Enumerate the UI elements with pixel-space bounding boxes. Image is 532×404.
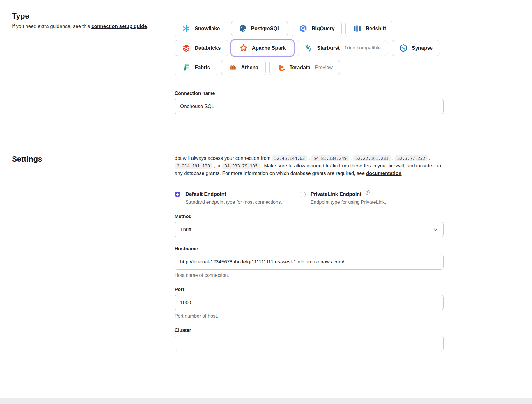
privatelink-help-icon[interactable]: ?	[365, 190, 370, 195]
adapter-postgresql-button[interactable]: PostgreSQL	[231, 21, 288, 36]
adapter-label: Teradata	[290, 65, 311, 71]
port-help-text: Port number of host.	[175, 313, 444, 319]
settings-text: ,	[428, 155, 430, 161]
section-divider	[12, 134, 444, 134]
adapter-label: Redshift	[366, 26, 386, 32]
postgresql-icon	[238, 24, 247, 33]
adapter-label: Databricks	[195, 45, 221, 51]
hostname-field: Hostname Host name of connection.	[175, 246, 444, 278]
adapter-label: Apache Spark	[252, 45, 286, 51]
adapter-athena-button[interactable]: Athena	[221, 60, 266, 75]
method-label: Method	[175, 214, 444, 219]
starburst-icon	[304, 44, 313, 52]
adapter-label: PostgreSQL	[251, 26, 281, 32]
method-selected-value: Thrift	[180, 227, 191, 233]
port-input[interactable]	[175, 295, 444, 310]
teradata-icon	[277, 63, 285, 72]
ip-address-chip: 34.233.79.135	[222, 163, 260, 169]
synapse-icon	[399, 44, 408, 52]
hostname-help-text: Host name of connection.	[175, 272, 444, 278]
ip-address-chip: 52.22.161.231	[353, 155, 391, 161]
adapter-label: Starburst	[317, 45, 340, 51]
bigquery-icon	[299, 24, 308, 33]
bottom-edge-strip	[0, 398, 532, 404]
settings-text: ,	[307, 155, 311, 161]
privatelink-endpoint-description: Endpoint type for using PrivateLink.	[311, 199, 386, 205]
adapter-label: Fabric	[195, 65, 210, 71]
connection-name-group: Connection name	[175, 91, 444, 114]
ip-address-chip: 54.81.134.249	[311, 155, 349, 161]
adapter-bigquery-button[interactable]: BigQuery	[292, 21, 342, 36]
cluster-label: Cluster	[175, 327, 444, 333]
databricks-icon	[182, 44, 191, 52]
privatelink-endpoint-radio-row[interactable]: PrivateLink Endpoint ?	[300, 191, 386, 197]
settings-section: Settings dbt will always access your con…	[12, 155, 444, 351]
type-heading: Type	[12, 12, 175, 21]
adapter-label: BigQuery	[312, 26, 335, 32]
snowflake-icon	[182, 24, 191, 33]
settings-text: ,	[391, 155, 395, 161]
privatelink-endpoint-option: PrivateLink Endpoint ? Endpoint type for…	[300, 191, 386, 205]
adapter-snowflake-button[interactable]: Snowflake	[175, 21, 227, 36]
adapter-label: Snowflake	[195, 26, 220, 32]
settings-heading: Settings	[12, 155, 175, 164]
default-endpoint-label: Default Endpoint	[185, 191, 226, 197]
adapter-redshift-button[interactable]: Redshift	[345, 21, 393, 36]
hostname-label: Hostname	[175, 246, 444, 251]
endpoint-type-group: Default Endpoint Standard endpoint type …	[175, 191, 444, 205]
type-subtext: If you need extra guidance, see this con…	[12, 24, 175, 29]
cluster-input[interactable]	[175, 336, 444, 351]
settings-access-text: dbt will always access your connection f…	[175, 155, 444, 177]
default-endpoint-description: Standard endpoint type for most connecti…	[185, 199, 300, 205]
adapter-spark-button[interactable]: Apache Spark	[232, 40, 293, 56]
default-endpoint-radio[interactable]	[175, 192, 180, 197]
connection-setup-guide-link[interactable]: connection setup guide	[91, 24, 147, 29]
chevron-down-icon	[433, 227, 438, 232]
port-field: Port Port number of host.	[175, 287, 444, 319]
spark-icon	[239, 44, 248, 52]
adapter-label: Athena	[241, 65, 258, 71]
method-select[interactable]: Thrift	[175, 222, 444, 237]
settings-text: ,	[349, 155, 353, 161]
ip-address-chip: 3.214.191.130	[175, 163, 212, 169]
port-label: Port	[175, 287, 444, 292]
settings-text: , or	[212, 163, 222, 169]
cluster-field: Cluster	[175, 327, 444, 351]
documentation-link[interactable]: documentation	[366, 171, 402, 176]
adapter-databricks-button[interactable]: Databricks	[175, 40, 228, 56]
adapter-badge: Preview	[315, 65, 333, 70]
ip-address-chip: 52.45.144.63	[272, 155, 307, 161]
connection-name-input[interactable]	[175, 99, 444, 114]
adapter-label: Synapse	[412, 45, 433, 51]
ip-address-chip: 52.3.77.232	[395, 155, 428, 161]
type-section: Type If you need extra guidance, see thi…	[12, 12, 444, 75]
athena-icon	[228, 63, 237, 72]
connection-name-label: Connection name	[175, 91, 444, 96]
adapter-fabric-button[interactable]: Fabric	[175, 60, 217, 75]
hostname-input[interactable]	[175, 254, 444, 270]
adapter-synapse-button[interactable]: Synapse	[392, 40, 440, 56]
default-endpoint-radio-row[interactable]: Default Endpoint	[175, 191, 300, 197]
settings-text: dbt will always access your connection f…	[175, 155, 272, 161]
settings-text: .	[402, 171, 403, 176]
adapter-starburst-button[interactable]: StarburstTrino compatible	[297, 40, 388, 56]
connection-setup-page: Type If you need extra guidance, see thi…	[0, 0, 532, 351]
fabric-icon	[182, 63, 191, 72]
privatelink-endpoint-label: PrivateLink Endpoint	[311, 191, 361, 197]
privatelink-endpoint-radio[interactable]	[300, 192, 306, 197]
default-endpoint-option: Default Endpoint Standard endpoint type …	[175, 191, 300, 205]
adapter-grid: SnowflakePostgreSQLBigQueryRedshiftDatab…	[175, 12, 444, 75]
adapter-teradata-button[interactable]: TeradataPreview	[269, 60, 340, 75]
adapter-badge: Trino compatible	[344, 45, 381, 51]
method-field: Method Thrift	[175, 214, 444, 237]
redshift-icon	[353, 24, 361, 33]
